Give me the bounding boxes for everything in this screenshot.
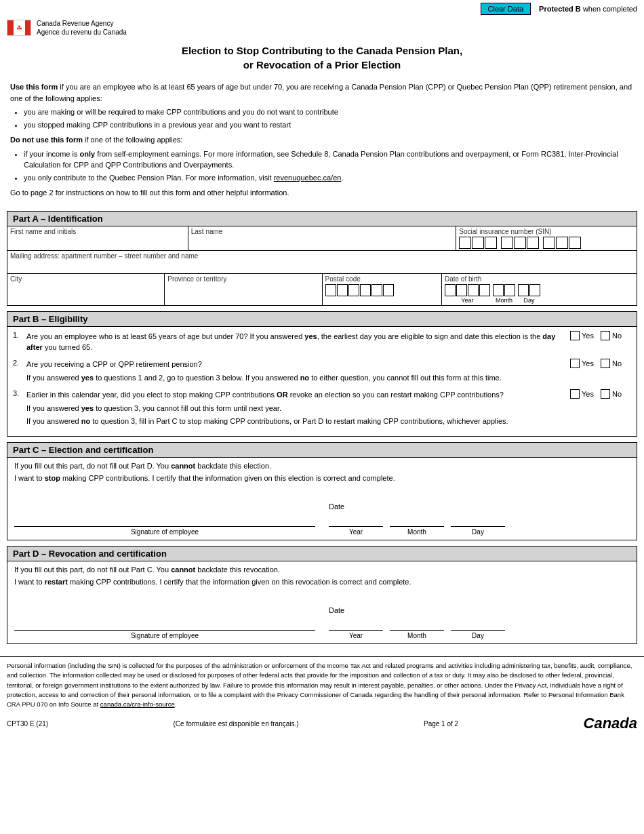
sin-box-6[interactable] bbox=[527, 237, 539, 249]
sin-box-9[interactable] bbox=[569, 237, 581, 249]
eligibility-q2: 2. Are you receiving a CPP or QPP retire… bbox=[13, 359, 631, 384]
logo-area: ☘ Canada Revenue Agency Agence du revenu… bbox=[7, 19, 127, 37]
part-d-year-field: Year bbox=[329, 617, 383, 639]
part-d-sig-area: Signature of employee Date Year Month D bbox=[14, 606, 630, 639]
part-d-header: Part D – Revocation and certification bbox=[7, 546, 637, 561]
part-c-day-line bbox=[451, 513, 505, 527]
eligibility-q1: 1. Are you an employee who is at least 6… bbox=[13, 331, 631, 353]
cra-info-source-link[interactable]: canada.ca/cra-info-source bbox=[100, 700, 175, 708]
part-a-row3: City Province or territory Postal code bbox=[7, 274, 637, 305]
form-header: ☘ Canada Revenue Agency Agence du revenu… bbox=[0, 16, 644, 37]
form-french: (Ce formulaire est disponible en françai… bbox=[174, 720, 299, 728]
postal-box-6[interactable] bbox=[383, 284, 394, 296]
month-box-1[interactable] bbox=[493, 284, 504, 296]
eligibility-q3: 3. Earlier in this calendar year, did yo… bbox=[13, 389, 631, 427]
page-number: Page 1 of 2 bbox=[424, 720, 458, 728]
part-d-day-field: Day bbox=[451, 617, 505, 639]
sin-box-1[interactable] bbox=[459, 237, 471, 249]
dob-cell: Date of birth Year bbox=[442, 274, 637, 305]
first-name-cell: First name and initials bbox=[7, 226, 188, 250]
part-c-month-field: Month bbox=[390, 513, 444, 536]
year-box-2[interactable] bbox=[456, 284, 467, 296]
part-d-month-field: Month bbox=[390, 617, 444, 639]
part-c-year-line bbox=[329, 513, 383, 527]
postal-box-4[interactable] bbox=[360, 284, 371, 296]
dob-year: Year bbox=[445, 284, 490, 304]
city-cell: City bbox=[7, 274, 165, 305]
postal-box-2[interactable] bbox=[337, 284, 348, 296]
dob-inner: Year Month Day bbox=[445, 284, 634, 304]
part-c-month-line bbox=[390, 513, 444, 527]
last-name-input[interactable] bbox=[191, 235, 454, 247]
q2-no-checkbox[interactable] bbox=[601, 359, 610, 368]
clear-data-button[interactable]: Clear Data bbox=[481, 3, 531, 15]
part-c-year-field: Year bbox=[329, 513, 383, 536]
year-box-1[interactable] bbox=[445, 284, 456, 296]
sin-box-3[interactable] bbox=[485, 237, 497, 249]
part-c-signature-area: Signature of employee bbox=[14, 513, 315, 536]
part-d-month-line bbox=[390, 617, 444, 631]
month-box-2[interactable] bbox=[504, 284, 515, 296]
postal-cell: Postal code bbox=[323, 274, 442, 305]
q1-answer: Yes No bbox=[570, 331, 631, 353]
part-d-signature-line bbox=[14, 617, 315, 631]
protected-label: Protected B when completed bbox=[539, 5, 637, 13]
q1-yes-box: Yes bbox=[570, 331, 594, 340]
q1-yes-checkbox[interactable] bbox=[570, 331, 580, 340]
day-box-2[interactable] bbox=[529, 284, 540, 296]
q2-no-box: No bbox=[601, 359, 622, 368]
part-c-date-area: Date Year Month Day bbox=[329, 502, 630, 536]
sin-boxes bbox=[459, 237, 634, 249]
dob-label: Date of birth bbox=[445, 275, 481, 283]
sin-box-2[interactable] bbox=[472, 237, 484, 249]
q2-yes-box: Yes bbox=[570, 359, 594, 368]
part-a-section: First name and initials Last name Social… bbox=[7, 226, 637, 306]
sin-box-8[interactable] bbox=[556, 237, 568, 249]
province-cell: Province or territory bbox=[165, 274, 322, 305]
day-box-1[interactable] bbox=[518, 284, 529, 296]
q2-answer: Yes No bbox=[570, 359, 631, 384]
canada-flag-icon: ☘ bbox=[7, 20, 31, 36]
footer-privacy: Personal information (including the SIN)… bbox=[0, 656, 644, 712]
province-input[interactable] bbox=[167, 283, 319, 295]
q2-note: If you answered yes to questions 1 and 2… bbox=[26, 372, 563, 384]
canada-wordmark: Canada bbox=[584, 715, 637, 732]
part-d-section: If you fill out this part, do not fill o… bbox=[7, 561, 637, 644]
q3-yes-box: Yes bbox=[570, 389, 594, 399]
form-number: CPT30 E (21) bbox=[7, 720, 48, 728]
part-c-date-fields: Year Month Day bbox=[329, 513, 630, 536]
sin-box-7[interactable] bbox=[543, 237, 555, 249]
instructions: Use this form if you are an employee who… bbox=[0, 77, 644, 205]
part-d-year-line bbox=[329, 617, 383, 631]
part-a-header: Part A – Identification bbox=[7, 211, 637, 226]
sin-box-4[interactable] bbox=[501, 237, 513, 249]
q3-no-box: No bbox=[601, 389, 622, 399]
year-box-4[interactable] bbox=[479, 284, 490, 296]
postal-box-5[interactable] bbox=[371, 284, 382, 296]
q3-yes-checkbox[interactable] bbox=[570, 389, 580, 399]
q3-no-checkbox[interactable] bbox=[601, 389, 610, 399]
part-d-note1: If you fill out this part, do not fill o… bbox=[14, 565, 630, 574]
q3-note2: If you answered no to question 3, fill i… bbox=[26, 416, 563, 427]
last-name-cell: Last name bbox=[188, 226, 457, 250]
part-d-date-area: Date Year Month Day bbox=[329, 606, 630, 639]
year-box-3[interactable] bbox=[468, 284, 479, 296]
part-d-date-fields: Year Month Day bbox=[329, 617, 630, 639]
agency-name: Canada Revenue Agency Agence du revenu d… bbox=[37, 19, 127, 37]
q2-yes-checkbox[interactable] bbox=[570, 359, 580, 368]
postal-box-3[interactable] bbox=[348, 284, 359, 296]
part-c-day-field: Day bbox=[451, 513, 505, 536]
q3-note1: If you answered yes to question 3, you c… bbox=[26, 403, 563, 414]
part-b-section: 1. Are you an employee who is at least 6… bbox=[7, 326, 637, 437]
mailing-address-input[interactable] bbox=[10, 260, 634, 272]
first-name-input[interactable] bbox=[10, 235, 185, 247]
city-input[interactable] bbox=[10, 283, 161, 295]
sin-box-5[interactable] bbox=[514, 237, 526, 249]
revenuquebec-link[interactable]: revenuquebec.ca/en bbox=[274, 174, 342, 182]
postal-box-1[interactable] bbox=[325, 284, 336, 296]
form-body: Part A – Identification First name and i… bbox=[0, 211, 644, 652]
part-c-sig-area: Signature of employee Date Year Month D bbox=[14, 502, 630, 536]
part-c-want-text: I want to stop making CPP contributions.… bbox=[14, 474, 630, 482]
part-c-signature-line bbox=[14, 513, 315, 527]
q1-no-checkbox[interactable] bbox=[601, 331, 610, 340]
